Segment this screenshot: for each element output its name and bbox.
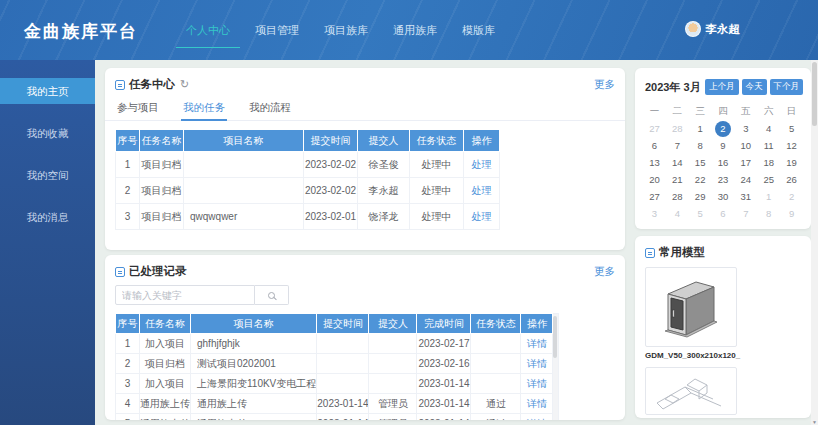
sidebar-item[interactable]: 我的主页 xyxy=(0,78,95,104)
sidebar-item[interactable]: 我的空间 xyxy=(0,162,95,188)
weekday-label: 五 xyxy=(734,103,757,120)
tab[interactable]: 我的流程 xyxy=(247,96,293,120)
calendar-day[interactable]: 9 xyxy=(712,137,735,154)
calendar-day[interactable]: 11 xyxy=(757,137,780,154)
calendar-day[interactable]: 1 xyxy=(757,188,780,205)
table-cell: 通用族上传 xyxy=(140,414,191,421)
cabinet-model-image xyxy=(660,274,722,340)
calendar-day[interactable]: 10 xyxy=(734,137,757,154)
calendar-day[interactable]: 3 xyxy=(734,120,757,137)
search-button[interactable] xyxy=(255,285,289,305)
calendar-day[interactable]: 27 xyxy=(643,120,666,137)
calendar-button[interactable]: 今天 xyxy=(742,79,767,95)
refresh-icon[interactable]: ↻ xyxy=(180,78,189,91)
action-link[interactable]: 详情 xyxy=(527,418,547,421)
calendar-day[interactable]: 1 xyxy=(689,120,712,137)
calendar-day[interactable]: 30 xyxy=(712,188,735,205)
nav-item[interactable]: 模版库 xyxy=(461,17,496,44)
calendar-day[interactable]: 6 xyxy=(643,137,666,154)
section-icon xyxy=(115,267,125,277)
nav-item[interactable]: 项目管理 xyxy=(254,17,300,44)
action-link[interactable]: 处理 xyxy=(472,185,492,196)
calendar-day[interactable]: 8 xyxy=(757,205,780,222)
tab[interactable]: 我的任务 xyxy=(181,96,227,120)
calendar-day[interactable]: 4 xyxy=(757,120,780,137)
nav-item[interactable]: 项目族库 xyxy=(323,17,369,44)
calendar-day[interactable]: 28 xyxy=(666,120,689,137)
task-more-link[interactable]: 更多 xyxy=(594,78,615,92)
table-cell xyxy=(317,334,369,354)
weekday-label: 四 xyxy=(712,103,735,120)
calendar-day[interactable]: 3 xyxy=(643,205,666,222)
calendar-day[interactable]: 28 xyxy=(666,188,689,205)
calendar-day[interactable]: 19 xyxy=(780,154,803,171)
scrollbar-thumb[interactable] xyxy=(812,62,817,126)
calendar-day[interactable]: 23 xyxy=(712,171,735,188)
calendar-day[interactable]: 24 xyxy=(734,171,757,188)
calendar-day[interactable]: 16 xyxy=(712,154,735,171)
table-row: 1项目归档2023-02-02徐圣俊处理中处理 xyxy=(116,152,500,178)
calendar-day[interactable]: 2 xyxy=(780,188,803,205)
scroll-down-icon[interactable]: ▼ xyxy=(811,419,818,425)
action-link[interactable]: 详情 xyxy=(527,358,547,369)
tab[interactable]: 参与项目 xyxy=(115,96,161,120)
calendar-day[interactable]: 5 xyxy=(780,120,803,137)
calendar-day[interactable]: 25 xyxy=(757,171,780,188)
table-cell xyxy=(317,354,369,374)
action-link[interactable]: 处理 xyxy=(472,159,492,170)
calendar-button[interactable]: 下个月 xyxy=(770,79,804,95)
column-header: 项目名称 xyxy=(184,130,304,152)
nav-item[interactable]: 个人中心 xyxy=(185,17,231,44)
calendar-day[interactable]: 5 xyxy=(689,205,712,222)
column-header: 操作 xyxy=(464,130,500,152)
table-cell: 上海景阳变110KV变电工程 xyxy=(191,374,317,394)
action-link[interactable]: 详情 xyxy=(527,398,547,409)
nav-item[interactable]: 通用族库 xyxy=(392,17,438,44)
search-input[interactable] xyxy=(115,285,255,305)
records-more-link[interactable]: 更多 xyxy=(594,265,615,279)
model-item[interactable] xyxy=(645,267,737,347)
calendar-day[interactable]: 6 xyxy=(712,205,735,222)
column-header: 任务状态 xyxy=(410,130,464,152)
calendar-day[interactable]: 26 xyxy=(780,171,803,188)
calendar-day[interactable]: 9 xyxy=(780,205,803,222)
calendar-day[interactable]: 27 xyxy=(643,188,666,205)
calendar-day[interactable]: 4 xyxy=(666,205,689,222)
calendar-button[interactable]: 上个月 xyxy=(705,79,739,95)
table-cell: 处理中 xyxy=(410,178,464,204)
table-cell: 2 xyxy=(116,354,140,374)
calendar-day[interactable]: 13 xyxy=(643,154,666,171)
sidebar-item[interactable]: 我的收藏 xyxy=(0,120,95,146)
model-item[interactable] xyxy=(645,367,737,415)
calendar-day[interactable]: 20 xyxy=(643,171,666,188)
records-title: 已处理记录 xyxy=(129,264,187,279)
calendar-day[interactable]: 17 xyxy=(734,154,757,171)
calendar-day[interactable]: 2 xyxy=(712,120,735,137)
models-card: 常用模型 GDM_V50_300x210x120_ xyxy=(635,236,811,418)
calendar-day[interactable]: 31 xyxy=(734,188,757,205)
user-name: 李永超 xyxy=(706,22,741,37)
calendar-day[interactable]: 12 xyxy=(780,137,803,154)
user-menu[interactable]: 李永超 xyxy=(685,21,741,37)
action-link[interactable]: 详情 xyxy=(527,338,547,349)
calendar-day[interactable]: 14 xyxy=(666,154,689,171)
sidebar-item[interactable]: 我的消息 xyxy=(0,204,95,230)
calendar-day[interactable]: 7 xyxy=(666,137,689,154)
section-icon xyxy=(645,248,655,258)
action-link[interactable]: 详情 xyxy=(527,378,547,389)
calendar-day[interactable]: 21 xyxy=(666,171,689,188)
calendar-day[interactable]: 8 xyxy=(689,137,712,154)
calendar-day[interactable]: 22 xyxy=(689,171,712,188)
action-link[interactable]: 处理 xyxy=(472,211,492,222)
table-scrollbar[interactable] xyxy=(553,313,559,420)
table-cell: 1 xyxy=(116,152,140,178)
table-row: 3项目归档qwqwqwer2023-02-01饶泽龙处理中处理 xyxy=(116,204,500,230)
weekday-label: 一 xyxy=(643,103,666,120)
calendar-day[interactable]: 7 xyxy=(734,205,757,222)
data-table: 序号任务名称项目名称提交时间提交人任务状态操作1项目归档2023-02-02徐圣… xyxy=(115,129,500,230)
calendar-day[interactable]: 18 xyxy=(757,154,780,171)
calendar-day[interactable]: 15 xyxy=(689,154,712,171)
table-cell: ghfhjfghjk xyxy=(191,334,317,354)
calendar-day[interactable]: 29 xyxy=(689,188,712,205)
page-scrollbar[interactable]: ▼ xyxy=(811,60,818,425)
